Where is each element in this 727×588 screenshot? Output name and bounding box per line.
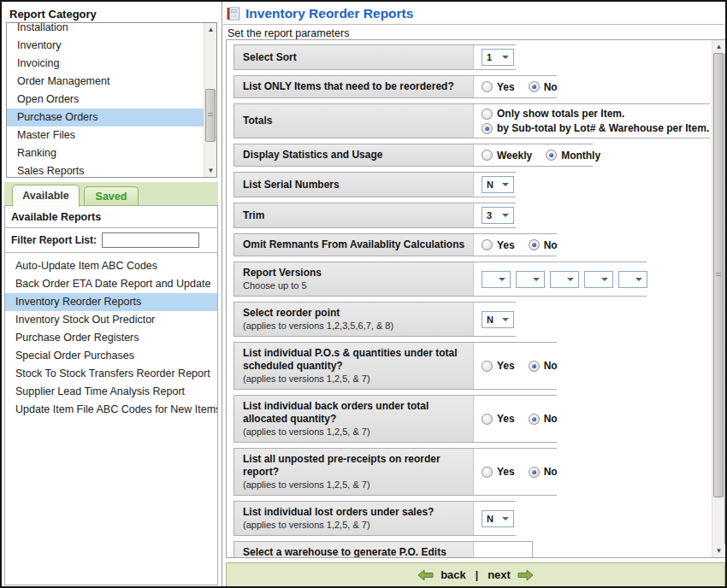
dropdown[interactable]: N — [482, 510, 514, 527]
report-list-item[interactable]: Inventory Stock Out Predictor — [5, 311, 217, 329]
title-divider — [223, 24, 724, 25]
param-row: Trim3 — [233, 203, 516, 228]
param-control: N — [474, 303, 519, 336]
report-list-item[interactable]: Inventory Reorder Reports — [5, 293, 217, 311]
report-list-item[interactable]: Stock To Stock Transfers Reorder Report — [5, 365, 217, 383]
radio-option[interactable]: No — [529, 413, 558, 425]
radio-icon[interactable] — [482, 361, 493, 372]
dropdown[interactable]: N — [482, 311, 514, 328]
dropdown[interactable] — [584, 271, 613, 288]
tab-saved[interactable]: Saved — [84, 186, 139, 206]
dropdown[interactable]: 1 — [482, 49, 514, 66]
radio-option[interactable]: Yes — [482, 239, 515, 251]
report-list-item[interactable]: Update Item File ABC Codes for New Items — [5, 401, 217, 419]
report-list-item[interactable]: Supplier Lead Time Analysis Report — [5, 383, 217, 401]
radio-selected-icon[interactable] — [529, 361, 540, 372]
next-button[interactable]: next — [488, 568, 534, 581]
back-button-label: back — [440, 568, 466, 581]
category-list-item[interactable]: Invoicing — [7, 55, 204, 73]
param-control: WeeklyMonthly — [474, 144, 606, 166]
param-label-note: (applies to versions 1,2,5, & 7) — [243, 373, 466, 385]
radio-icon[interactable] — [482, 81, 493, 92]
param-row: List individual P.O.s & quantities under… — [233, 342, 557, 390]
radio-selected-icon[interactable] — [482, 123, 493, 134]
chevron-down-icon — [601, 278, 608, 281]
radio-option[interactable]: No — [529, 360, 558, 372]
dropdown[interactable] — [516, 271, 545, 288]
dropdown[interactable]: 3 — [482, 207, 514, 224]
category-list-item[interactable]: Sales Reports — [7, 162, 204, 178]
available-reports-header: Available Reports — [5, 206, 217, 228]
scroll-up-icon[interactable]: ▲ — [204, 23, 217, 36]
radio-icon[interactable] — [482, 467, 493, 478]
chevron-down-icon — [502, 183, 509, 186]
param-row: Report VersionsChoose up to 5 — [233, 262, 647, 297]
radio-option[interactable]: Only show totals per Item. — [482, 108, 624, 120]
radio-option[interactable]: Yes — [482, 360, 515, 372]
parameters-scrollbar[interactable]: ▲ ▼ — [712, 40, 724, 557]
dropdown[interactable]: N — [482, 176, 514, 193]
dropdown-value: 3 — [487, 210, 492, 220]
radio-selected-icon[interactable] — [546, 150, 557, 161]
param-control: Only show totals per Item.by Sub-total b… — [474, 104, 712, 138]
radio-label: Weekly — [497, 150, 532, 162]
dropdown[interactable] — [550, 271, 579, 288]
radio-option[interactable]: by Sub-total by Lot# & Warehouse per Ite… — [482, 122, 709, 134]
filter-report-list-input[interactable] — [102, 232, 199, 248]
param-row: List all unposted pre-receipts on reorde… — [233, 448, 557, 496]
app-window: Report Category InstallationInventoryInv… — [0, 0, 727, 588]
report-list-item[interactable]: Auto-Update Item ABC Codes — [5, 257, 217, 275]
scrollbar-thumb[interactable] — [205, 89, 216, 142]
category-list-item[interactable]: Purchase Orders — [7, 109, 204, 126]
radio-selected-icon[interactable] — [529, 239, 540, 250]
radio-icon[interactable] — [482, 109, 493, 120]
radio-label: No — [544, 413, 558, 425]
radio-label: No — [544, 81, 558, 93]
chevron-down-icon — [502, 56, 509, 59]
scroll-down-icon[interactable]: ▼ — [204, 164, 217, 177]
radio-icon[interactable] — [482, 150, 493, 161]
scroll-up-icon[interactable]: ▲ — [712, 40, 725, 53]
radio-option[interactable]: Yes — [482, 413, 515, 425]
category-list-item[interactable]: Master Files — [7, 126, 204, 144]
radio-option[interactable]: No — [529, 239, 558, 251]
radio-option[interactable]: Yes — [482, 466, 515, 478]
radio-option[interactable]: No — [529, 81, 558, 93]
back-button[interactable]: back — [417, 568, 466, 581]
page-title: Inventory Reorder Reports — [245, 6, 413, 21]
radio-option[interactable]: Yes — [482, 81, 515, 93]
report-list: Auto-Update Item ABC CodesBack Order ETA… — [5, 253, 217, 585]
category-list-item[interactable]: Installation — [7, 22, 204, 37]
category-list-item[interactable]: Open Orders — [7, 91, 204, 109]
report-list-item[interactable]: Special Order Purchases — [5, 347, 217, 365]
param-label: Trim — [234, 203, 474, 227]
param-label-note: (applies to versions 1,2,3,5,6,7, & 8) — [243, 320, 466, 332]
dropdown[interactable] — [618, 271, 647, 288]
category-list-item[interactable]: Ranking — [7, 144, 204, 162]
radio-icon[interactable] — [482, 414, 493, 425]
category-scrollbar[interactable]: ▲ ▼ — [204, 23, 216, 177]
filter-report-list-label: Filter Report List: — [11, 234, 97, 246]
scrollbar-thumb[interactable] — [713, 53, 724, 497]
param-label: List individual P.O.s & quantities under… — [234, 343, 474, 389]
category-list-item[interactable]: Order Management — [7, 73, 204, 91]
radio-label: Yes — [497, 360, 515, 372]
param-control: YesNo — [474, 234, 563, 256]
radio-option[interactable]: Weekly — [482, 150, 532, 162]
dropdown-value — [555, 274, 558, 285]
report-list-item[interactable]: Back Order ETA Date Report and Update — [5, 275, 217, 293]
radio-option[interactable]: Monthly — [546, 150, 600, 162]
radio-selected-icon[interactable] — [529, 414, 540, 425]
radio-selected-icon[interactable] — [529, 467, 540, 478]
param-label: List Serial Numbers — [234, 173, 474, 197]
radio-option[interactable]: No — [529, 466, 558, 478]
scroll-down-icon[interactable]: ▼ — [712, 544, 725, 557]
radio-selected-icon[interactable] — [529, 81, 540, 92]
radio-icon[interactable] — [482, 239, 493, 250]
tab-available[interactable]: Available — [12, 185, 80, 207]
dropdown[interactable] — [482, 271, 511, 288]
report-list-item[interactable]: Purchase Order Registers — [5, 329, 217, 347]
category-list-item[interactable]: Inventory — [7, 37, 204, 55]
report-icon — [227, 7, 239, 21]
chevron-down-icon — [533, 278, 540, 281]
